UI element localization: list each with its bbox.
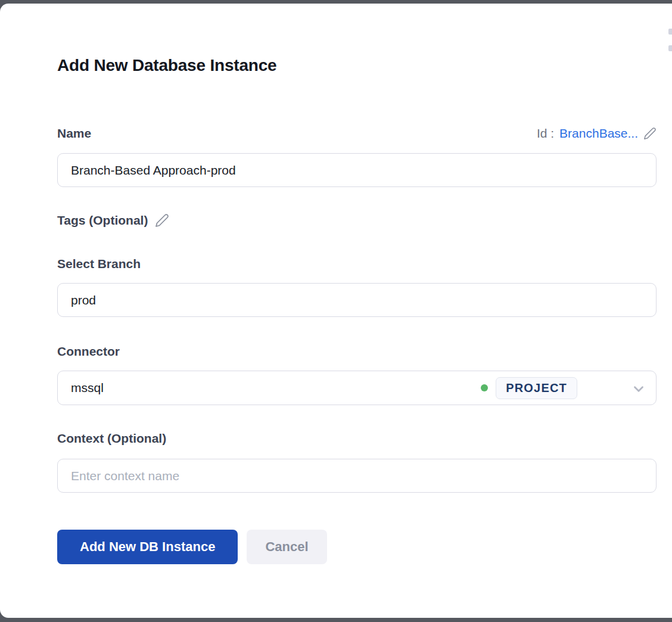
dialog-title: Add New Database Instance [57,56,276,75]
edit-id-pencil-icon[interactable] [643,127,657,140]
tags-label-row: Tags (Optional) [57,213,169,228]
right-edge-clipped-fragment [668,45,672,51]
name-input[interactable] [57,153,657,187]
connector-meta: PROJECT [481,371,577,405]
screen-backdrop: Add New Database Instance Name Id : Bran… [0,0,672,622]
project-scope-badge: PROJECT [496,377,577,399]
right-edge-clipped-fragment [668,29,672,35]
context-input[interactable] [57,459,657,493]
add-db-instance-button[interactable]: Add New DB Instance [57,530,238,564]
connector-label: Connector [57,344,120,359]
connector-value: mssql [58,381,104,395]
instance-id-link[interactable]: BranchBase... [559,126,638,141]
add-db-instance-dialog: Add New Database Instance Name Id : Bran… [0,4,672,618]
connector-status-dot [481,384,488,391]
edit-tags-pencil-icon[interactable] [155,213,169,228]
chevron-down-icon[interactable] [631,381,646,397]
dialog-actions: Add New DB Instance Cancel [57,530,327,564]
connector-select[interactable]: mssql PROJECT [57,371,657,405]
tags-label: Tags (Optional) [57,213,148,228]
name-label-row: Name Id : BranchBase... [57,126,657,141]
context-label: Context (Optional) [57,431,166,446]
select-branch-label: Select Branch [57,257,141,271]
id-prefix-label: Id : [537,126,554,141]
name-label: Name [57,126,91,141]
branch-input[interactable] [57,283,657,317]
cancel-button[interactable]: Cancel [247,530,326,564]
instance-id-group: Id : BranchBase... [537,126,657,141]
